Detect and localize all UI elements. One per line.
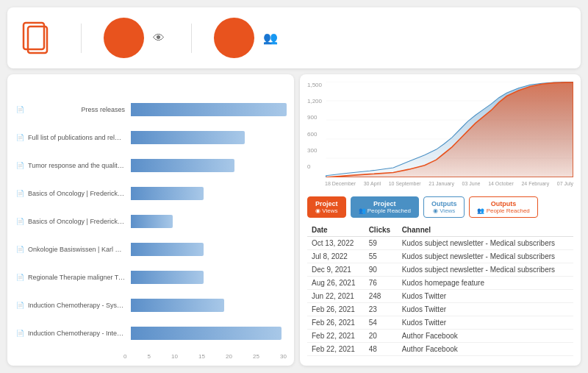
bar-fill bbox=[131, 299, 224, 312]
views-count-circle bbox=[104, 18, 144, 58]
x-date-labels: 18 December30 April10 September21 Januar… bbox=[307, 180, 573, 186]
bar-row-label: Basics of Oncology | Frederick O. S... bbox=[28, 218, 131, 225]
main-container: 👁 👥 📄Press releases📄Full list of publica bbox=[0, 0, 588, 373]
bar-container bbox=[131, 213, 287, 230]
bar-row-label: Tumor response and the quality of l... bbox=[28, 162, 131, 169]
bar-row: 📄Induction Chemotherapy - Systemic a... bbox=[15, 292, 287, 319]
bar-row: 📄Press releases bbox=[15, 96, 287, 123]
y-axis-label: 900 bbox=[307, 114, 322, 121]
x-axis-label: 25 bbox=[253, 353, 259, 360]
table-cell-date: Jan 14, 2021 bbox=[307, 356, 365, 359]
table-cell-channel: Author Facebook bbox=[398, 330, 573, 343]
bar-fill bbox=[131, 243, 204, 256]
project-icon-area bbox=[22, 21, 59, 55]
bar-row-label: Regionale Therapie maligner Tumoren... bbox=[28, 274, 131, 281]
table-cell-channel: Author Facebook bbox=[398, 343, 573, 356]
toggle-project-reached[interactable]: Project 👥 People Reached bbox=[351, 196, 419, 218]
bar-container bbox=[131, 241, 287, 257]
bar-row-label: Basics of Oncology | Frederick O. S... bbox=[28, 190, 131, 197]
table-row: Feb 26, 202123Kudos Twitter bbox=[307, 303, 573, 316]
bar-row-label: Induction Chemotherapy - Systemic a... bbox=[28, 302, 131, 309]
bar-container bbox=[131, 102, 287, 118]
x-axis: 051015202530 bbox=[15, 353, 287, 360]
table-cell-date: Jul 8, 2022 bbox=[307, 250, 365, 263]
y-axis-label: 1,200 bbox=[307, 98, 322, 104]
table-cell-channel: Kudos subject newsletter - Medical subsc… bbox=[398, 250, 573, 263]
table-cell-clicks: 54 bbox=[365, 316, 398, 330]
y-axis-label: 300 bbox=[307, 147, 322, 154]
x-axis-label: 30 bbox=[280, 353, 287, 360]
table-cell-date: Jun 22, 2021 bbox=[307, 290, 365, 303]
table-row: Jun 22, 2021248Kudos Twitter bbox=[307, 290, 573, 303]
table-cell-channel: Kudos homepage feature bbox=[398, 277, 573, 290]
table-cell-clicks: 48 bbox=[365, 343, 398, 356]
bar-row: 📄Regionale Therapie maligner Tumoren... bbox=[15, 264, 287, 291]
y-axis-labels: 1,5001,2009006003000 bbox=[307, 82, 322, 170]
x-date-label: 07 July bbox=[557, 181, 573, 186]
table-row: Jan 14, 2021263Kudos homepage feature bbox=[307, 356, 573, 359]
bar-row-icon: 📄 bbox=[15, 104, 25, 115]
bottom-section: 📄Press releases📄Full list of publication… bbox=[7, 74, 581, 366]
table-cell-date: Feb 26, 2021 bbox=[307, 303, 365, 316]
table-row: Oct 13, 202259Kudos subject newsletter -… bbox=[307, 237, 573, 250]
x-date-label: 18 December bbox=[325, 181, 356, 186]
bar-row-icon: 📄 bbox=[15, 160, 25, 171]
bar-fill bbox=[131, 327, 282, 340]
bar-fill bbox=[131, 215, 173, 228]
col-channel: Channel bbox=[398, 224, 573, 237]
x-date-label: 24 February bbox=[521, 181, 549, 186]
bar-row: 📄Basics of Oncology | Frederick O. S... bbox=[15, 208, 287, 235]
x-date-label: 14 October bbox=[488, 181, 514, 186]
bar-row: 📄Tumor response and the quality of l... bbox=[15, 152, 287, 179]
table-cell-clicks: 20 bbox=[365, 330, 398, 343]
bar-row-label: Full list of publications and relat... bbox=[28, 134, 131, 141]
bar-row-icon: 📄 bbox=[15, 244, 25, 255]
table-cell-channel: Kudos homepage feature bbox=[398, 356, 573, 359]
left-panel: 📄Press releases📄Full list of publication… bbox=[7, 74, 294, 366]
header-divider-1 bbox=[81, 24, 82, 53]
reached-stat-group: 👥 bbox=[214, 18, 282, 58]
area-chart-svg bbox=[307, 82, 573, 177]
bar-row-icon: 📄 bbox=[15, 216, 25, 227]
table-cell-clicks: 248 bbox=[365, 290, 398, 303]
table-cell-clicks: 90 bbox=[365, 263, 398, 277]
table-row: Jul 8, 202255Kudos subject newsletter - … bbox=[307, 250, 573, 263]
x-date-label: 03 June bbox=[462, 181, 481, 186]
people-icon: 👥 bbox=[263, 31, 278, 45]
table-row: Dec 9, 202190Kudos subject newsletter - … bbox=[307, 263, 573, 277]
x-axis-label: 10 bbox=[171, 353, 178, 360]
table-wrapper: Date Clicks Channel Oct 13, 202259Kudos … bbox=[307, 224, 573, 358]
bar-container bbox=[131, 269, 287, 285]
table-cell-date: Aug 26, 2021 bbox=[307, 277, 365, 290]
y-axis-label: 600 bbox=[307, 131, 322, 138]
table-cell-clicks: 55 bbox=[365, 250, 398, 263]
bar-fill bbox=[131, 271, 204, 284]
bar-container bbox=[131, 325, 287, 341]
bar-row-label: Onkologie Basiswissen | Karl R. Al... bbox=[28, 246, 131, 253]
header-card: 👁 👥 bbox=[7, 7, 581, 68]
toggle-project-views[interactable]: Project ◉ Views bbox=[307, 196, 346, 218]
table-row: Feb 26, 202154Kudos Twitter bbox=[307, 316, 573, 330]
bar-container bbox=[131, 185, 287, 202]
table-cell-channel: Kudos subject newsletter - Medical subsc… bbox=[398, 263, 573, 277]
bar-container bbox=[131, 157, 287, 174]
table-cell-clicks: 76 bbox=[365, 277, 398, 290]
col-date: Date bbox=[307, 224, 365, 237]
bar-row: 📄Basics of Oncology | Frederick O. S... bbox=[15, 180, 287, 207]
table-row: Feb 22, 202120Author Facebook bbox=[307, 330, 573, 343]
table-cell-date: Feb 26, 2021 bbox=[307, 316, 365, 330]
area-chart-container: 1,5001,2009006003000 bbox=[307, 82, 573, 192]
bar-container bbox=[131, 297, 287, 313]
toggle-outputs-reached[interactable]: Outputs 👥 People Reached bbox=[469, 196, 537, 218]
bar-container bbox=[131, 129, 287, 146]
bar-row-icon: 📄 bbox=[15, 300, 25, 310]
toggle-outputs-views[interactable]: Outputs ◉ Views bbox=[423, 196, 465, 218]
bar-chart-area: 📄Press releases📄Full list of publication… bbox=[15, 96, 287, 352]
bar-row-icon: 📄 bbox=[15, 132, 25, 143]
x-date-label: 10 September bbox=[389, 181, 421, 186]
table-cell-date: Dec 9, 2021 bbox=[307, 263, 365, 277]
x-axis-label: 5 bbox=[148, 353, 151, 360]
bar-row: 📄Induction Chemotherapy - Integrated... bbox=[15, 320, 287, 347]
y-axis-label: 1,500 bbox=[307, 82, 322, 88]
table-cell-clicks: 23 bbox=[365, 303, 398, 316]
